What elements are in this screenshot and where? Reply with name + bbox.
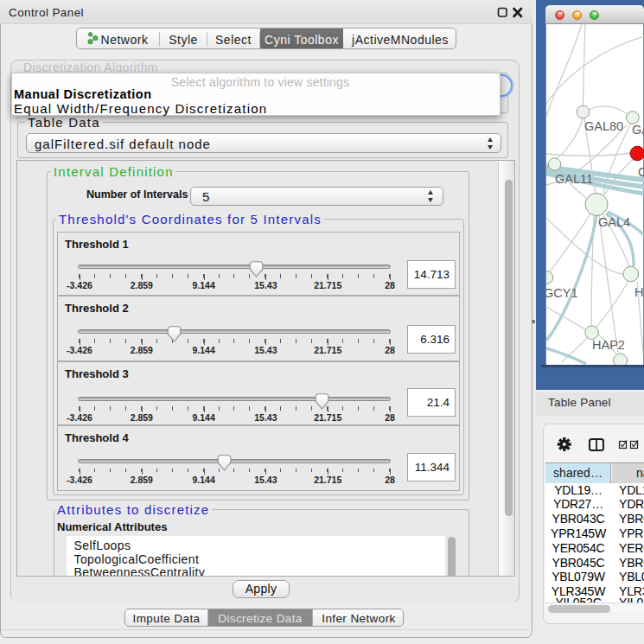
- svg-text:GAL11: GAL11: [555, 172, 593, 186]
- svg-text:H: H: [634, 285, 643, 299]
- svg-text:C: C: [638, 165, 644, 179]
- svg-text:GAL4: GAL4: [598, 215, 630, 229]
- svg-text:HAP2: HAP2: [592, 338, 625, 352]
- svg-text:GA: GA: [632, 123, 644, 137]
- svg-text:GCY1: GCY1: [546, 286, 578, 300]
- svg-text:GAL80: GAL80: [584, 119, 623, 133]
